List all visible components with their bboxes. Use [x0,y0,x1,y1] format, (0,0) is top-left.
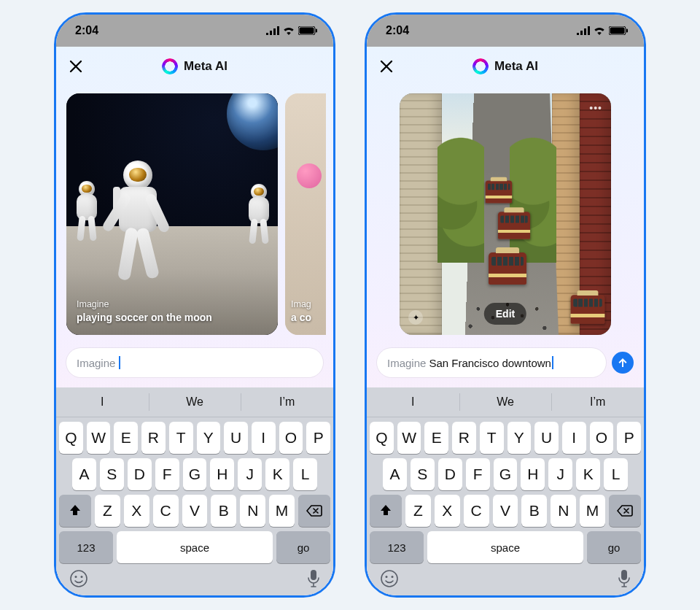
key-i[interactable]: I [562,422,586,454]
key-h[interactable]: H [210,458,234,490]
generated-image-sf [400,93,611,335]
key-o[interactable]: O [279,422,303,454]
svg-rect-13 [621,570,627,580]
prompt-value: San Francisco downtown [429,357,551,369]
key-o[interactable]: O [590,422,614,454]
suggestion-card-moon[interactable]: Imagine playing soccer on the moon [66,93,278,335]
key-backspace[interactable] [298,495,330,527]
suggestion-3[interactable]: I’m [551,387,644,417]
key-go[interactable]: go [587,531,641,563]
key-w[interactable]: W [397,422,421,454]
key-s[interactable]: S [411,458,435,490]
key-p[interactable]: P [617,422,641,454]
key-s[interactable]: S [100,458,124,490]
key-d[interactable]: D [438,458,462,490]
key-a[interactable]: A [383,458,407,490]
key-w[interactable]: W [87,422,111,454]
key-v[interactable]: V [493,495,518,527]
svg-rect-2 [316,29,317,33]
key-l[interactable]: L [604,458,628,490]
key-row-4: 123 space go [56,527,333,568]
key-r[interactable]: R [452,422,476,454]
backspace-icon [306,505,322,517]
key-q[interactable]: Q [370,422,394,454]
image-info-badge[interactable]: ✦ [408,310,423,325]
microphone-icon[interactable] [307,569,320,588]
key-c[interactable]: C [153,495,179,527]
key-d[interactable]: D [128,458,152,490]
key-c[interactable]: C [464,495,489,527]
key-l[interactable]: L [293,458,317,490]
key-k[interactable]: K [576,458,600,490]
key-go[interactable]: go [276,531,330,563]
key-p[interactable]: P [306,422,330,454]
key-u[interactable]: U [224,422,248,454]
key-row-1: QWERTYUIOP [367,417,644,454]
key-g[interactable]: G [494,458,518,490]
key-numbers[interactable]: 123 [59,531,113,563]
suggestion-1[interactable]: I [56,387,149,417]
prompt-input[interactable]: Imagine [66,348,323,377]
key-i[interactable]: I [252,422,276,454]
key-n[interactable]: N [551,495,576,527]
suggestion-3[interactable]: I’m [241,387,333,417]
key-b[interactable]: B [521,495,547,527]
status-time: 2:04 [75,24,98,37]
image-menu-button[interactable]: ••• [589,102,602,114]
close-button[interactable] [66,57,85,76]
send-button[interactable] [612,352,634,374]
key-t[interactable]: T [480,422,504,454]
prompt-input[interactable]: Imagine San Francisco downtown [377,348,606,377]
key-a[interactable]: A [72,458,96,490]
key-z[interactable]: Z [95,495,120,527]
key-n[interactable]: N [240,495,265,527]
key-z[interactable]: Z [405,495,431,527]
key-b[interactable]: B [211,495,236,527]
key-row-1: QWERTYUIOP [56,417,333,454]
emoji-icon[interactable] [380,569,399,588]
key-m[interactable]: M [580,495,605,527]
key-e[interactable]: E [114,422,138,454]
key-g[interactable]: G [183,458,207,490]
svg-rect-9 [626,29,628,33]
suggestion-2[interactable]: We [149,387,241,417]
key-t[interactable]: T [169,422,193,454]
key-shift[interactable] [370,495,402,527]
key-v[interactable]: V [182,495,208,527]
app-area: Meta AI ••• ✦ Edit Imagine San Francisc [367,47,644,595]
close-button[interactable] [377,57,396,76]
key-f[interactable]: F [155,458,179,490]
key-u[interactable]: U [534,422,559,454]
suggestion-cards[interactable]: Imagine playing soccer on the moon Imag … [56,86,333,342]
suggestion-card-partial[interactable]: Imag a co [285,93,326,335]
key-j[interactable]: J [548,458,572,490]
key-r[interactable]: R [141,422,166,454]
suggestion-1[interactable]: I [367,387,459,417]
card-prefix: Imagine [77,298,212,311]
text-cursor [552,356,553,369]
key-space[interactable]: space [117,531,273,563]
key-shift[interactable] [59,495,91,527]
key-x[interactable]: X [124,495,149,527]
key-j[interactable]: J [238,458,262,490]
key-m[interactable]: M [269,495,295,527]
key-q[interactable]: Q [59,422,83,454]
key-backspace[interactable] [609,495,641,527]
key-x[interactable]: X [435,495,460,527]
svg-point-3 [71,571,87,587]
key-h[interactable]: H [521,458,545,490]
microphone-icon[interactable] [618,569,631,588]
key-space[interactable]: space [427,531,583,563]
key-e[interactable]: E [424,422,448,454]
key-y[interactable]: Y [508,422,532,454]
key-k[interactable]: K [265,458,289,490]
edit-button[interactable]: Edit [484,303,526,325]
emoji-icon[interactable] [69,569,88,588]
key-y[interactable]: Y [197,422,221,454]
svg-point-10 [381,571,397,587]
suggestion-2[interactable]: We [459,387,552,417]
keyboard-suggestions: I We I’m [367,387,644,417]
result-image-card[interactable]: ••• ✦ Edit [400,93,611,335]
key-numbers[interactable]: 123 [370,531,424,563]
key-f[interactable]: F [466,458,490,490]
